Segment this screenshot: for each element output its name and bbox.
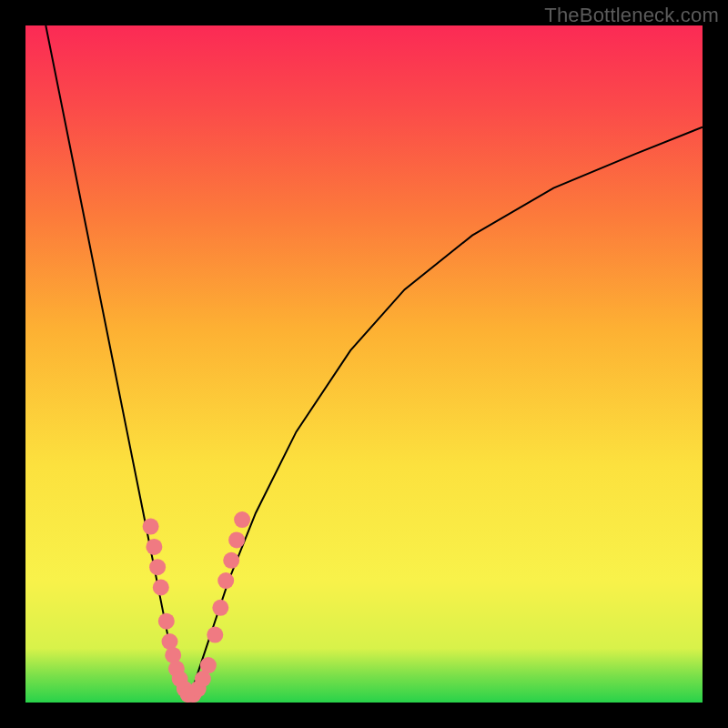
data-point bbox=[158, 613, 175, 630]
data-point bbox=[207, 627, 223, 643]
data-point bbox=[146, 539, 162, 555]
data-point bbox=[223, 552, 239, 569]
curve-right bbox=[188, 127, 703, 696]
data-point bbox=[228, 531, 245, 548]
chart-svg bbox=[25, 25, 703, 703]
data-point bbox=[143, 519, 159, 535]
data-point bbox=[153, 580, 169, 596]
data-point bbox=[217, 572, 234, 589]
data-point bbox=[212, 600, 228, 616]
curve-left bbox=[46, 25, 187, 696]
data-point bbox=[200, 657, 217, 673]
watermark-text: TheBottleneck.com bbox=[544, 4, 719, 27]
data-point bbox=[234, 511, 250, 528]
chart-frame: TheBottleneck.com bbox=[0, 0, 728, 728]
plot-area bbox=[25, 25, 703, 703]
data-points bbox=[143, 511, 251, 703]
data-point bbox=[149, 559, 166, 575]
